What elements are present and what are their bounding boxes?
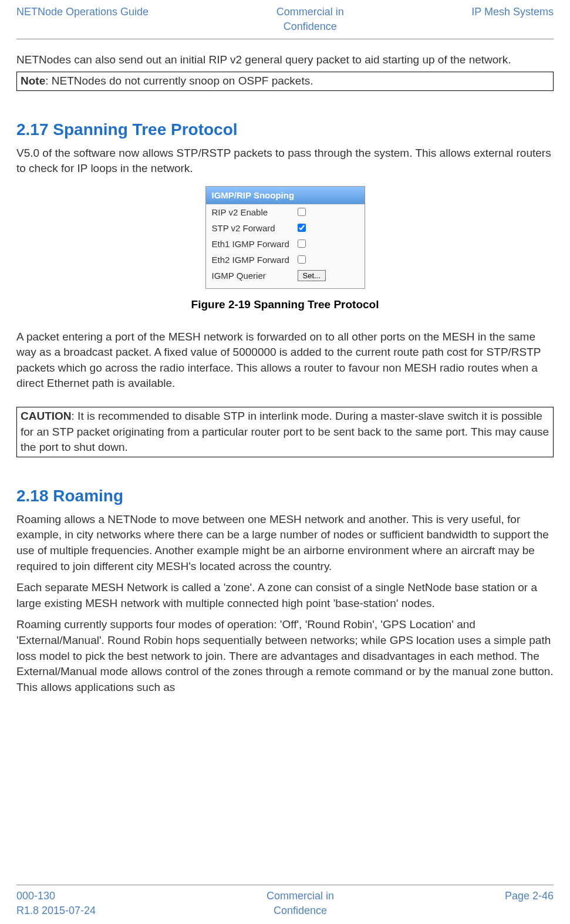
eth1-igmp-forward-checkbox[interactable] <box>298 240 306 248</box>
igmp-querier-set-button[interactable]: Set... <box>298 270 326 281</box>
caution-box: CAUTION: It is recommended to disable ST… <box>16 407 554 457</box>
panel-row-stp: STP v2 Forward <box>206 220 365 236</box>
footer-divider <box>16 885 554 885</box>
panel-row-eth2: Eth2 IGMP Forward <box>206 252 365 268</box>
igmp-rip-snooping-panel: IGMP/RIP Snooping RIP v2 Enable STP v2 F… <box>205 186 365 289</box>
panel-row-rip: RIP v2 Enable <box>206 204 365 220</box>
note-box: Note: NETNodes do not currently snoop on… <box>16 72 554 91</box>
intro-paragraph: NETNodes can also send out an initial RI… <box>16 52 554 68</box>
rip-v2-enable-label: RIP v2 Enable <box>212 206 293 218</box>
page-footer: 000-130 R1.8 2015-07-24 Commercial in Co… <box>16 889 554 918</box>
section-2-17-para2: A packet entering a port of the MESH net… <box>16 329 554 392</box>
note-label: Note <box>21 75 45 87</box>
footer-center: Commercial in Confidence <box>267 889 334 918</box>
note-text: : NETNodes do not currently snoop on OSP… <box>45 75 313 87</box>
header-center: Commercial in Confidence <box>276 5 344 34</box>
section-2-18-heading: 2.18 Roaming <box>16 484 554 507</box>
eth2-igmp-forward-label: Eth2 IGMP Forward <box>212 254 293 266</box>
panel-title: IGMP/RIP Snooping <box>206 187 365 204</box>
footer-left: 000-130 R1.8 2015-07-24 <box>16 889 96 918</box>
section-2-17-heading: 2.17 Spanning Tree Protocol <box>16 118 554 141</box>
header-left: NETNode Operations Guide <box>16 5 149 19</box>
eth2-igmp-forward-checkbox[interactable] <box>298 255 306 264</box>
rip-v2-enable-checkbox[interactable] <box>298 208 306 216</box>
section-2-17-para1: V5.0 of the software now allows STP/RSTP… <box>16 146 554 177</box>
stp-v2-forward-checkbox[interactable] <box>298 224 306 232</box>
section-2-18-para3: Roaming currently supports four modes of… <box>16 617 554 695</box>
section-2-18-para2: Each separate MESH Network is called a '… <box>16 580 554 611</box>
eth1-igmp-forward-label: Eth1 IGMP Forward <box>212 238 293 250</box>
figure-2-19-caption: Figure 2-19 Spanning Tree Protocol <box>16 297 554 313</box>
header-right: IP Mesh Systems <box>471 5 554 19</box>
panel-row-igmp-querier: IGMP Querier Set... <box>206 268 365 284</box>
header-divider <box>16 39 554 39</box>
panel-row-eth1: Eth1 IGMP Forward <box>206 236 365 252</box>
stp-v2-forward-label: STP v2 Forward <box>212 222 293 234</box>
section-2-18-para1: Roaming allows a NETNode to move between… <box>16 512 554 574</box>
page-header: NETNode Operations Guide Commercial in C… <box>16 5 554 38</box>
footer-right: Page 2-46 <box>505 889 554 903</box>
caution-text: : It is recommended to disable STP in in… <box>21 410 549 453</box>
igmp-querier-label: IGMP Querier <box>212 269 293 282</box>
caution-label: CAUTION <box>21 410 72 422</box>
